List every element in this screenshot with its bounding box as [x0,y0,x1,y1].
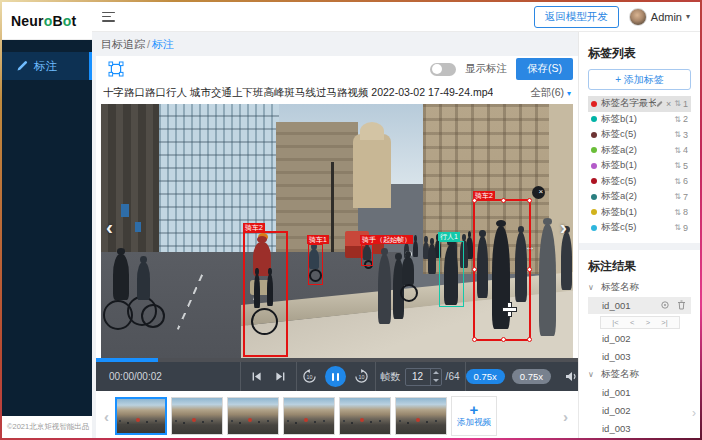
label-item-selected[interactable]: 标签名字最长数... × ⇅ 1 [588,96,691,112]
bounding-box-rider1[interactable]: 骑车1 [308,244,323,285]
rewind-10-button[interactable]: 10 [302,369,317,384]
box-label: 骑手（起始帧） [360,235,413,244]
avatar [629,8,647,26]
edit-icon[interactable] [656,101,662,107]
result-item[interactable]: id_001 [588,384,691,402]
video-thumbnail[interactable] [283,397,335,435]
resize-handle[interactable] [527,198,532,203]
video-title-row: 十字路口路口行人 城市交通上下班高峰斑马线过马路视频 2022-03-02 17… [96,82,578,104]
filmstrip-next-icon[interactable]: › [561,408,570,425]
prev-video-chevron[interactable]: ‹ [106,216,113,238]
add-label-button[interactable]: + 添加标签 [588,69,691,90]
bounding-box-rider-startframe[interactable]: 骑手（起始帧） [361,244,373,266]
result-item[interactable]: id_003 [588,420,691,438]
sort-icon[interactable]: ⇅ [674,223,681,232]
video-thumbnail[interactable] [171,397,223,435]
resize-handle[interactable] [527,267,532,272]
locate-icon[interactable] [660,300,670,310]
add-video-button[interactable]: + 添加视频 [451,396,497,436]
label-item[interactable]: 标签c(5) ⇅ 3 [588,127,691,143]
label-item[interactable]: 标签a(2) ⇅ 7 [588,189,691,205]
volume-button[interactable] [565,371,578,382]
prev-frame-button[interactable] [251,371,262,382]
next-page-icon[interactable]: > [646,318,650,327]
back-to-model-dev-button[interactable]: 返回模型开发 [534,6,619,28]
logo-text: Neur [11,13,44,29]
sort-icon[interactable]: ⇅ [674,146,681,155]
result-item[interactable]: id_002 [588,402,691,420]
save-button[interactable]: 保存(S) [516,58,573,80]
menu-collapse-icon[interactable] [102,12,115,22]
result-group-header-collapsed[interactable]: > 标签名称 [588,438,691,439]
sort-icon[interactable]: ⇅ [674,177,681,186]
frame-number-input[interactable] [406,369,430,385]
sidebar-item-annotation[interactable]: 标注 [2,52,92,80]
resize-handle[interactable] [527,337,532,342]
breadcrumb-parent[interactable]: 目标追踪 [101,37,145,52]
video-thumbnail-selected[interactable] [115,397,167,435]
sort-icon[interactable]: ⇅ [674,115,681,124]
resize-handle[interactable] [472,267,477,272]
video-thumbnail[interactable] [395,397,447,435]
result-item-label: id_003 [602,351,631,362]
label-list-title: 标签列表 [588,45,691,62]
sort-icon[interactable]: ⇅ [674,208,681,217]
resize-handle[interactable] [501,198,506,203]
result-item[interactable]: id_003 [588,348,691,366]
last-page-icon[interactable]: >| [661,318,667,327]
video-frame[interactable]: 骑车2 骑车1 骑手（起始帧） 行人1 骑车2 [101,104,573,358]
forward-10-button[interactable]: 10 [354,369,369,384]
resize-handle[interactable] [472,337,477,342]
cyclist-figure [402,257,414,285]
video-thumbnail[interactable] [227,397,279,435]
pause-button[interactable] [325,366,346,387]
scene-pole [331,162,334,262]
result-group-header[interactable]: ∨ 标签名称 [588,366,691,384]
bounding-box-rider2-selected[interactable]: 骑车2 [473,199,531,341]
trash-icon[interactable] [677,300,686,310]
user-menu[interactable]: Admin ▾ [629,8,690,26]
sort-icon[interactable]: ⇅ [674,161,681,170]
next-video-chevron[interactable]: › [560,216,567,238]
time-display: 00:00/00:02 [96,362,240,391]
label-item[interactable]: 标签a(2) ⇅ 4 [588,143,691,159]
move-cursor [503,303,516,316]
label-name: 标签名字最长数... [601,97,656,110]
next-frame-button[interactable] [275,371,286,382]
bounding-box-pedestrian1[interactable]: 行人1 [439,241,464,307]
first-page-icon[interactable]: |< [612,318,618,327]
speed-option-pill[interactable]: 0.75x [512,369,551,384]
video-thumbnail[interactable] [339,397,391,435]
sort-icon[interactable]: ⇅ [674,99,681,108]
label-item[interactable]: 标签c(5) ⇅ 9 [588,220,691,236]
sort-icon[interactable]: ⇅ [674,192,681,201]
rect-select-tool[interactable] [105,58,127,80]
label-item[interactable]: 标签c(5) ⇅ 6 [588,174,691,190]
prev-page-icon[interactable]: < [630,318,634,327]
result-item[interactable]: id_002 [588,330,691,348]
result-group-header[interactable]: ∨ 标签名称 [588,279,691,297]
delete-label-icon[interactable]: × [666,100,671,108]
label-item[interactable]: 标签b(1) ⇅ 2 [588,112,691,128]
label-item[interactable]: 标签b(1) ⇅ 5 [588,158,691,174]
label-color-dot [591,163,597,169]
scene-sign [135,222,141,232]
frame-decrement-button[interactable] [431,377,441,385]
bounding-box-rider2[interactable]: 骑车2 [243,231,288,357]
panel-next-icon[interactable]: › [692,406,696,420]
filter-all-dropdown[interactable]: 全部(6) ▾ [530,86,571,100]
label-name: 标签a(2) [601,144,674,157]
speed-active-pill[interactable]: 0.75x [466,369,505,384]
filmstrip-prev-icon[interactable]: ‹ [102,408,111,425]
frame-increment-button[interactable] [431,369,441,377]
video-progress-bar[interactable] [96,358,578,362]
sort-icon[interactable]: ⇅ [674,130,681,139]
show-annotation-toggle[interactable] [430,63,456,76]
resize-handle[interactable] [501,337,506,342]
bounding-box-icon [108,61,124,77]
result-item-selected[interactable]: id_001 [588,297,691,314]
content-row: 目标追踪 / 标注 [92,32,700,438]
resize-handle[interactable] [472,198,477,203]
delete-box-button[interactable]: × [532,186,545,199]
label-item[interactable]: 标签b(1) ⇅ 8 [588,205,691,221]
